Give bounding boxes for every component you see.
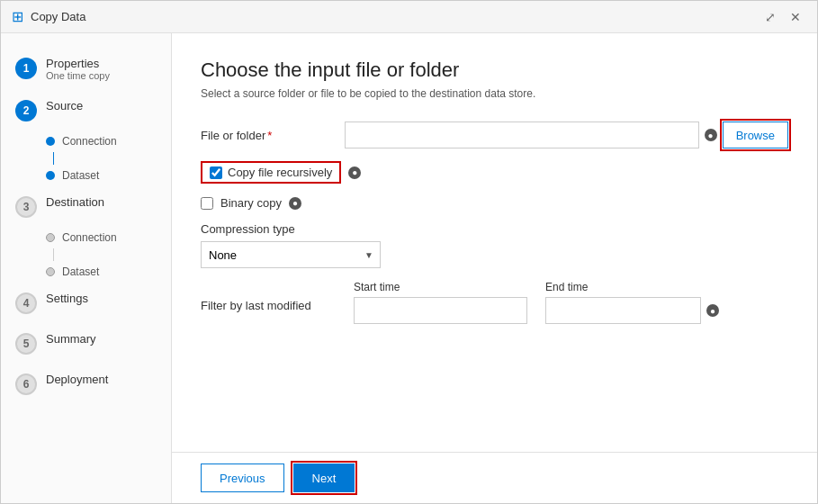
step-circle-5: 5: [15, 333, 37, 355]
sidebar-item-destination[interactable]: 3 Destination: [1, 186, 171, 227]
end-time-label: End time: [545, 281, 719, 293]
source-connection-label: Connection: [62, 135, 117, 148]
step-circle-1: 1: [15, 58, 37, 79]
step-3-label: Destination: [46, 195, 104, 209]
close-button[interactable]: ✕: [785, 8, 806, 26]
content-area: Choose the input file or folder Select a…: [172, 33, 817, 452]
sidebar: 1 Properties One time copy 2 Source Conn…: [1, 33, 172, 503]
previous-button[interactable]: Previous: [201, 464, 284, 492]
sidebar-item-summary[interactable]: 5 Summary: [1, 323, 171, 364]
binary-copy-info-icon[interactable]: ●: [289, 197, 301, 210]
file-folder-info-icon[interactable]: ●: [705, 129, 717, 141]
step-1-label: Properties: [46, 57, 110, 70]
dest-dataset-item[interactable]: Dataset: [46, 261, 171, 283]
copy-recursively-row: Copy file recursively ●: [201, 161, 788, 184]
filter-section: Filter by last modified Start time End t…: [201, 281, 788, 324]
next-button[interactable]: Next: [293, 464, 355, 492]
dest-connection-dot: [46, 233, 55, 242]
step-6-label: Deployment: [46, 373, 108, 386]
dest-dataset-label: Dataset: [62, 266, 99, 278]
dest-connection-item[interactable]: Connection: [46, 227, 171, 248]
titlebar: ⊞ Copy Data ⤢ ✕: [1, 1, 817, 33]
copy-recursively-info-icon[interactable]: ●: [348, 166, 361, 179]
copy-recursively-label: Copy file recursively: [228, 166, 332, 179]
end-time-info-icon[interactable]: ●: [706, 304, 719, 317]
compression-section: Compression type None GZip Deflate BZip2…: [201, 222, 788, 268]
source-dataset-item[interactable]: Dataset: [46, 165, 171, 186]
source-dataset-label: Dataset: [62, 169, 99, 182]
file-folder-input[interactable]: [345, 122, 699, 148]
sidebar-item-source[interactable]: 2 Source: [1, 90, 171, 130]
binary-copy-checkbox[interactable]: [201, 197, 213, 210]
step-circle-4: 4: [15, 292, 37, 314]
compression-type-label: Compression type: [201, 222, 788, 236]
binary-copy-label: Binary copy: [220, 196, 282, 210]
maximize-button[interactable]: ⤢: [760, 8, 781, 26]
destination-subitems: Connection Dataset: [1, 227, 171, 283]
sidebar-item-properties[interactable]: 1 Properties One time copy: [1, 48, 171, 90]
step-circle-2: 2: [15, 100, 37, 122]
source-subitems: Connection Dataset: [1, 130, 171, 186]
dest-dataset-dot: [46, 267, 55, 276]
source-connection-dot: [46, 137, 55, 146]
page-title: Choose the input file or folder: [201, 58, 788, 82]
start-time-col: Start time: [354, 281, 527, 324]
source-dataset-dot: [46, 171, 55, 180]
window-title: Copy Data: [31, 10, 85, 23]
filter-label: Filter by last modified: [201, 281, 336, 312]
end-time-col: End time ●: [545, 281, 719, 324]
compression-type-select[interactable]: None GZip Deflate BZip2 ZipDeflate Tar T…: [201, 241, 381, 268]
browse-button[interactable]: Browse: [723, 122, 788, 148]
start-time-label: Start time: [354, 281, 527, 293]
sidebar-item-settings[interactable]: 4 Settings: [1, 283, 171, 323]
footer: Previous Next: [172, 452, 817, 503]
source-connection-item[interactable]: Connection: [46, 130, 171, 152]
end-time-input[interactable]: [545, 297, 701, 324]
file-folder-label: File or folder*: [201, 129, 336, 142]
page-subtitle: Select a source folder or file to be cop…: [201, 87, 788, 100]
step-circle-6: 6: [15, 374, 37, 395]
step-4-label: Settings: [46, 292, 88, 305]
step-2-label: Source: [46, 99, 83, 112]
compression-select-wrapper: None GZip Deflate BZip2 ZipDeflate Tar T…: [201, 241, 381, 268]
step-5-label: Summary: [46, 332, 96, 346]
copy-recursively-checkbox[interactable]: [210, 166, 222, 179]
start-time-input[interactable]: [354, 297, 527, 324]
sidebar-item-deployment[interactable]: 6 Deployment: [1, 364, 171, 404]
window-controls[interactable]: ⤢ ✕: [760, 8, 806, 26]
step-1-sublabel: One time copy: [46, 70, 110, 81]
step-circle-3: 3: [15, 196, 37, 218]
dest-connection-label: Connection: [62, 231, 117, 244]
app-icon: ⊞: [12, 8, 23, 25]
copy-recursively-container: Copy file recursively: [201, 161, 341, 184]
binary-copy-row: Binary copy ●: [201, 196, 788, 210]
file-folder-row: File or folder* ● Browse: [201, 122, 788, 148]
